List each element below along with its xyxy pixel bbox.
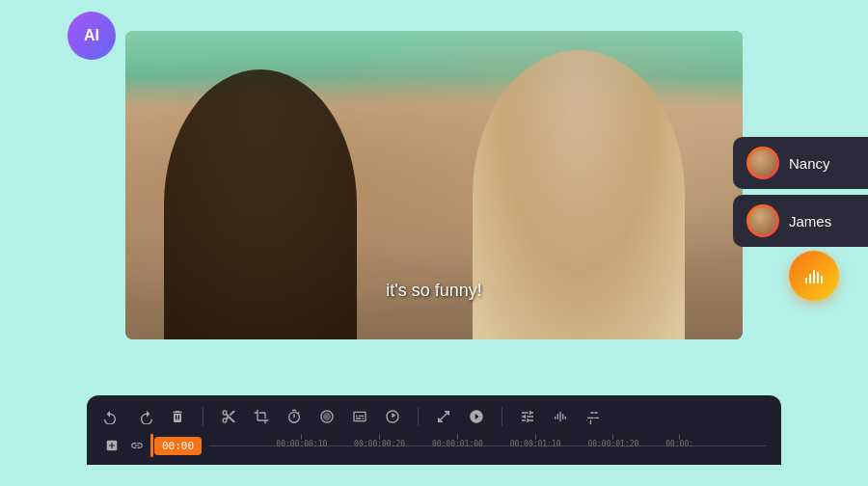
fab-icon: [802, 264, 826, 287]
fab-button[interactable]: [789, 251, 839, 301]
speaker-avatar-james: [746, 204, 779, 237]
redo-button[interactable]: [135, 407, 154, 426]
speaker-card-james[interactable]: James: [733, 195, 868, 247]
subtitle: it's so funny!: [386, 281, 481, 301]
cut-button[interactable]: [219, 407, 238, 426]
crop-button[interactable]: [252, 407, 271, 426]
toolbar: 00:00 00:00:00:10 00:00:00:20: [87, 395, 781, 465]
speaker-avatar-inner-nancy: [749, 149, 776, 176]
video-area: AI it's so funny! Nancy: [125, 31, 743, 349]
svg-rect-2: [813, 270, 815, 284]
speaker-name-james: James: [789, 213, 858, 230]
ai-badge[interactable]: AI: [68, 12, 116, 60]
timeline-row: 00:00 00:00:00:10 00:00:00:20: [102, 434, 766, 457]
ai-badge-label: AI: [84, 27, 99, 44]
svg-rect-3: [817, 272, 819, 284]
marker-3: 00:00:01:00: [432, 434, 483, 448]
caption-button[interactable]: [350, 407, 369, 426]
tune-button[interactable]: [583, 407, 603, 426]
marker-5: 00:00:01:20: [587, 434, 638, 448]
speaker-avatar-nancy: [746, 147, 779, 179]
playhead: [150, 434, 153, 457]
timeline-add-button[interactable]: [102, 436, 122, 455]
expand-button[interactable]: [434, 407, 453, 426]
svg-rect-0: [805, 278, 807, 284]
current-time-value: 00:00: [162, 440, 194, 452]
speaker-cards: Nancy James: [733, 137, 868, 247]
person-right: [473, 50, 685, 339]
subtitle-text: it's so funny!: [386, 281, 481, 300]
speed-button[interactable]: [383, 407, 402, 426]
marker-2: 00:00:00:20: [354, 434, 405, 448]
current-time-display: 00:00: [154, 437, 202, 455]
adjustments-button[interactable]: [518, 407, 537, 426]
separator-3: [502, 407, 502, 426]
separator-1: [203, 407, 203, 426]
svg-rect-4: [821, 276, 823, 284]
timer-button[interactable]: [285, 407, 304, 426]
waveform-button[interactable]: [551, 407, 570, 426]
svg-rect-1: [809, 274, 811, 284]
toolbar-top: [102, 403, 766, 430]
marker-6: 00:00:: [665, 434, 693, 448]
marker-4: 00:00:01:10: [510, 434, 561, 448]
effects-button[interactable]: [317, 407, 337, 426]
timeline-ruler[interactable]: 00:00:00:10 00:00:00:20 00:00:01:00 00:0…: [209, 434, 766, 457]
speaker-card-nancy[interactable]: Nancy: [733, 137, 868, 189]
timeline-link-button[interactable]: [127, 436, 147, 455]
person-left: [164, 69, 357, 339]
separator-2: [418, 407, 419, 426]
marker-1: 00:00:00:10: [276, 434, 327, 448]
speaker-name-nancy: Nancy: [789, 155, 858, 172]
undo-button[interactable]: [102, 407, 122, 426]
overlay-button[interactable]: [467, 407, 486, 426]
delete-button[interactable]: [168, 407, 187, 426]
video-frame: it's so funny!: [125, 31, 743, 339]
speaker-avatar-inner-james: [749, 207, 776, 234]
main-container: AI it's so funny! Nancy: [19, 21, 849, 465]
timeline-actions-left: [102, 436, 147, 455]
